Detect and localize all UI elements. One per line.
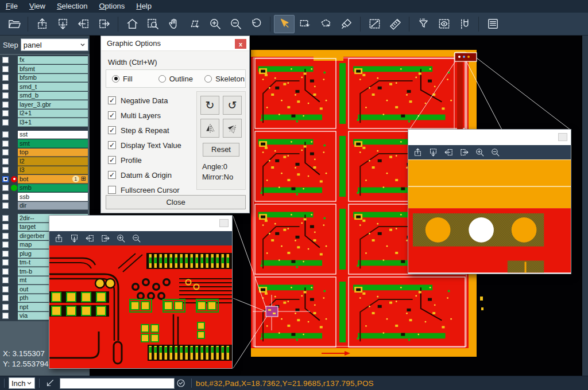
layers-panel-button[interactable] — [482, 15, 503, 33]
dialog-title-bar[interactable]: Graphic Options x — [101, 36, 249, 51]
transform-vertex-button[interactable] — [184, 15, 204, 33]
layer-visibility-checkbox[interactable] — [2, 277, 9, 283]
zoom-window-title-bar[interactable] — [49, 216, 232, 231]
select-rectangle-button[interactable] — [295, 15, 315, 33]
layer-visibility-checkbox[interactable] — [2, 84, 9, 90]
step-select[interactable]: panel — [21, 38, 88, 51]
layer-row-layer_3.gbr[interactable]: layer_3.gbr — [0, 100, 88, 110]
check-profile[interactable]: ✓Profile — [108, 153, 181, 167]
command-input[interactable] — [60, 378, 175, 389]
check-datum-origin[interactable]: ✓Datum & Origin — [108, 167, 181, 182]
sync-check-icon[interactable] — [176, 378, 186, 388]
check-negative-data[interactable]: ✓Negative Data — [108, 93, 181, 108]
layer-visibility-checkbox[interactable] — [2, 185, 9, 191]
checkbox[interactable]: ✓ — [108, 126, 116, 134]
layer-row-smt[interactable]: smt — [0, 139, 88, 149]
checkbox[interactable]: ✓ — [108, 96, 116, 104]
pan-down-button[interactable] — [67, 232, 82, 244]
layer-row-l2+1[interactable]: l2+1 — [0, 109, 88, 118]
layer-row-smd_t[interactable]: smd_t — [0, 83, 88, 92]
layer-row-sst[interactable]: sst — [0, 130, 88, 139]
radio-circle[interactable] — [158, 75, 166, 83]
layer-visibility-checkbox[interactable] — [2, 131, 9, 138]
radio-skeleton[interactable]: Skeleton — [204, 75, 245, 83]
layer-row-smd_b[interactable]: smd_b — [0, 91, 88, 100]
layer-visibility-checkbox[interactable] — [2, 194, 9, 200]
select-polygon-button[interactable] — [315, 15, 336, 33]
layer-row-bot[interactable]: bot1⊞ — [0, 175, 88, 184]
checkbox[interactable]: ✓ — [108, 141, 116, 149]
grid-icon[interactable]: ⊞ — [81, 176, 86, 182]
select-cursor-button[interactable] — [274, 15, 295, 33]
zoom-previous-button[interactable] — [246, 15, 266, 33]
zoom-window-button[interactable] — [142, 15, 163, 33]
home-view-button[interactable] — [122, 15, 142, 33]
layer-visibility-checkbox[interactable] — [2, 167, 9, 173]
close-button[interactable]: Close — [106, 195, 246, 209]
pan-right-button[interactable] — [98, 232, 113, 244]
layer-visibility-checkbox[interactable] — [2, 259, 9, 266]
menu-selection[interactable]: Selection — [51, 0, 93, 13]
layer-visibility-checkbox[interactable] — [2, 158, 9, 165]
layer-row-ssb[interactable]: ssb — [0, 193, 88, 202]
zoom-in-button[interactable] — [204, 15, 225, 33]
layer-visibility-checkbox[interactable] — [2, 286, 9, 292]
mirror-angle-button[interactable] — [223, 119, 242, 138]
zoom-out-button[interactable] — [225, 15, 246, 33]
pan-up-button[interactable] — [52, 232, 66, 244]
pan-hand-button[interactable] — [163, 15, 184, 33]
pan-up-button[interactable] — [411, 146, 425, 158]
menu-options[interactable]: Options — [93, 0, 130, 13]
check-step-repeat[interactable]: ✓Step & Repeat — [108, 123, 181, 138]
zoom-out-button[interactable] — [488, 146, 502, 158]
zoom-in-button[interactable] — [473, 146, 487, 158]
layer-row-l2[interactable]: l2 — [0, 157, 88, 166]
layer-visibility-checkbox[interactable] — [2, 233, 9, 239]
layer-visibility-checkbox[interactable] — [2, 313, 9, 319]
reset-button[interactable]: Reset — [203, 143, 239, 157]
pan-left-button[interactable] — [73, 15, 94, 33]
checkbox[interactable]: ✓ — [108, 171, 116, 179]
menu-help[interactable]: Help — [130, 0, 157, 13]
pan-left-button[interactable] — [83, 232, 97, 244]
menu-view[interactable]: View — [24, 0, 51, 13]
pan-down-button[interactable] — [52, 15, 73, 33]
layer-visibility-checkbox[interactable] — [2, 202, 9, 209]
checkbox[interactable] — [108, 186, 116, 194]
layer-visibility-checkbox[interactable] — [2, 102, 9, 108]
unit-select[interactable]: Inch — [9, 377, 35, 389]
mirror-x-button[interactable] — [200, 119, 219, 138]
pan-right-button[interactable] — [94, 15, 114, 33]
check-display-text-value[interactable]: ✓Display Text Value — [108, 138, 181, 153]
snap-button[interactable] — [454, 15, 475, 33]
layer-visibility-checkbox[interactable] — [2, 268, 9, 275]
layer-visibility-checkbox[interactable] — [2, 304, 9, 310]
radio-outline[interactable]: Outline — [158, 75, 199, 83]
measure-distance-button[interactable] — [364, 15, 385, 33]
layer-visibility-checkbox[interactable] — [2, 149, 9, 155]
zoom-window-detail[interactable] — [49, 215, 233, 369]
radio-circle[interactable] — [112, 75, 119, 83]
zoom-in-button[interactable] — [114, 232, 128, 244]
measure-ruler-button[interactable] — [385, 15, 405, 33]
layer-visibility-checkbox[interactable] — [2, 119, 9, 126]
layer-visibility-checkbox[interactable] — [2, 92, 9, 99]
layer-visibility-checkbox[interactable] — [2, 251, 9, 257]
layer-row-fx[interactable]: fx — [0, 56, 88, 65]
layer-visibility-checkbox[interactable] — [2, 66, 9, 72]
layer-row-bfsmb[interactable]: bfsmb — [0, 73, 88, 83]
checkbox[interactable]: ✓ — [108, 156, 116, 164]
filter-button[interactable] — [413, 15, 434, 33]
layer-row-dir[interactable]: dir — [0, 201, 88, 210]
layer-visibility-checkbox[interactable] — [2, 176, 9, 182]
pan-down-button[interactable] — [426, 146, 440, 158]
pan-up-button[interactable] — [32, 15, 52, 33]
pan-right-button[interactable] — [457, 146, 471, 158]
layer-row-l3[interactable]: l3 — [0, 166, 88, 175]
menu-file[interactable]: File — [0, 0, 24, 13]
close-icon[interactable]: x — [235, 39, 246, 49]
check-multi-layers[interactable]: ✓Multi Layers — [108, 108, 181, 123]
layer-visibility-checkbox[interactable] — [2, 241, 9, 248]
view-options-button[interactable] — [434, 15, 454, 33]
layer-row-l3+1[interactable]: l3+1 — [0, 118, 88, 127]
